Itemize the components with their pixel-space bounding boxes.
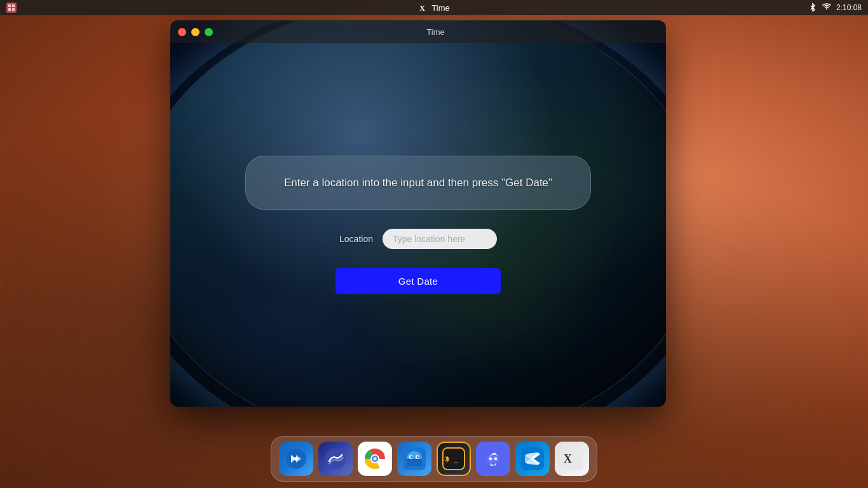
minimize-window-button[interactable] [191,28,200,36]
dock-item-x11[interactable]: X [555,442,589,476]
window-title: Time [213,27,658,37]
menubar-center: X Time [418,3,449,13]
dock-item-finder[interactable] [397,442,431,476]
apple-menu-icon[interactable] [6,3,17,13]
svg-rect-14 [407,459,422,466]
menubar-app-name: Time [431,3,449,13]
svg-text:X: X [564,452,572,465]
finder-icon [403,447,426,470]
menubar: X Time 2:10:08 [0,0,868,15]
vscode-icon [521,447,544,470]
app-window: Time Enter a location into the input and… [170,20,666,407]
svg-point-21 [418,456,419,458]
svg-rect-2 [8,8,11,11]
x-logo-icon: X [418,3,428,13]
maximize-window-button[interactable] [205,28,213,36]
svg-point-11 [374,458,377,461]
dock: $ _ X [271,436,597,482]
discord-icon [482,447,505,470]
svg-rect-1 [12,4,15,7]
menubar-left [6,3,17,13]
chrome-icon [363,447,386,470]
title-bar: Time [170,20,666,43]
info-text: Enter a location into the input and then… [284,177,552,189]
dock-item-vscode[interactable] [515,442,550,476]
location-input[interactable] [383,229,497,249]
close-window-button[interactable] [178,28,186,36]
sketch-icon [324,447,347,470]
location-form-row: Location [339,229,497,249]
window-controls [178,28,213,36]
svg-rect-15 [407,459,422,459]
svg-point-6 [294,457,298,461]
dock-item-terminal[interactable]: $ _ [437,442,471,476]
svg-point-20 [412,456,413,458]
dock-item-sketch[interactable] [318,442,353,476]
location-label: Location [339,234,373,244]
info-box: Enter a location into the input and then… [245,156,591,210]
menubar-right: 2:10:08 [808,3,862,13]
svg-rect-3 [12,8,15,11]
x11-icon: X [560,447,583,470]
terminal-icon: $ _ [442,447,465,470]
wifi-icon [822,3,831,13]
bluetooth-icon [808,3,817,13]
window-content: Enter a location into the input and then… [170,43,666,407]
get-date-button[interactable]: Get Date [336,268,501,294]
svg-text:X: X [419,4,425,13]
dock-item-discord[interactable] [476,442,510,476]
dock-item-chrome[interactable] [358,442,392,476]
kde-icon [285,447,308,470]
dock-item-kde[interactable] [279,442,313,476]
menubar-time: 2:10:08 [836,3,862,12]
svg-rect-0 [8,4,11,7]
